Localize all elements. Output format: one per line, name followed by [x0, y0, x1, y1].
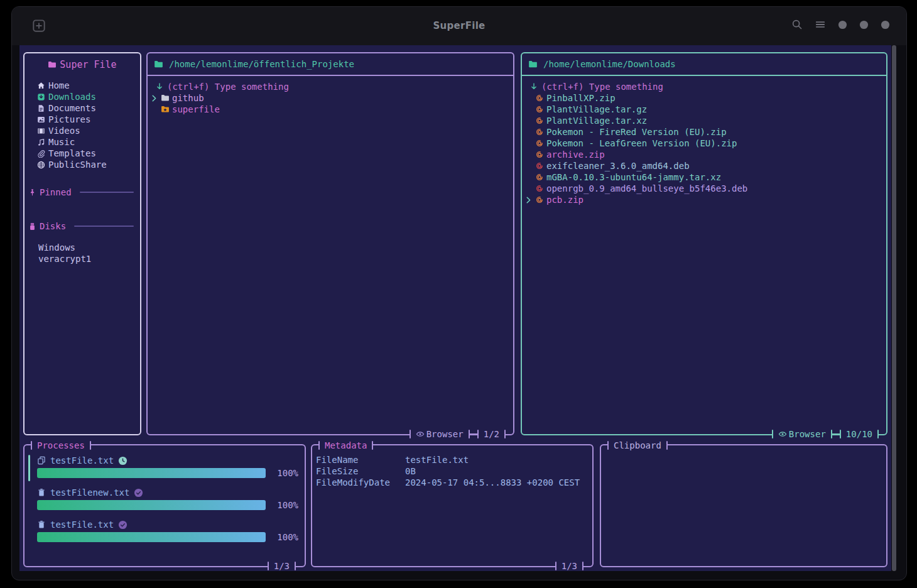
process-item[interactable]: testFilenew.txt100%	[37, 486, 298, 510]
processes-panel[interactable]: Processes testFile.txt100%testFilenew.tx…	[23, 444, 306, 567]
window-control-dot-2[interactable]	[859, 20, 869, 30]
sidebar-item-documents[interactable]: Documents	[24, 102, 140, 114]
process-header: testFile.txt	[37, 454, 298, 467]
path-bar: /home/lemonlime/öffentlich_Projekte	[148, 53, 513, 76]
trash-icon	[37, 488, 46, 497]
main-area: Super File HomeDownloadsDocumentsPicture…	[19, 45, 891, 571]
sidebar-item-label: Documents	[48, 103, 96, 113]
file-name: openrgb_0.9_amd64_bullseye_b5f46e3.deb	[546, 183, 747, 193]
folder-icon	[528, 60, 538, 69]
file-name: superfile	[172, 104, 220, 114]
process-item[interactable]: testFile.txt100%	[37, 454, 298, 478]
progress-bar	[37, 468, 266, 478]
panel-path: /home/lemonlime/öffentlich_Projekte	[169, 59, 354, 69]
archive-swirl-icon	[535, 116, 544, 125]
process-header: testFilenew.txt	[37, 486, 298, 499]
window-control-dot-3[interactable]	[881, 20, 890, 30]
archive-swirl-icon	[535, 139, 544, 148]
processes-title: Processes	[32, 440, 90, 450]
path-bar: /home/lemonlime/Downloads	[522, 53, 886, 76]
pinned-section-label: Pinned	[40, 187, 72, 197]
footer-bracket	[504, 430, 506, 438]
panel-footer: 1/3	[268, 561, 296, 571]
deb-swirl-icon	[535, 161, 544, 170]
footer-line	[470, 433, 477, 435]
archive-swirl-icon	[535, 105, 544, 114]
panel-footer: 1/3	[555, 561, 583, 571]
mode-label: Browser	[426, 429, 464, 439]
file-row[interactable]: superfile	[148, 104, 513, 115]
sidebar-item-label: Templates	[48, 148, 96, 158]
document-icon	[37, 104, 45, 112]
download-icon	[37, 93, 45, 101]
folder-icon	[161, 94, 170, 102]
panel-footer: Browser 1/2	[410, 429, 506, 439]
footer-line	[832, 433, 840, 435]
scrollbar-thumb[interactable]	[892, 45, 896, 571]
sidebar-item-downloads[interactable]: Downloads	[24, 91, 140, 102]
archive-swirl-icon	[535, 150, 544, 159]
file-panel-right[interactable]: /home/lemonlime/Downloads (ctrl+f) Type …	[521, 52, 887, 435]
file-row[interactable]: openrgb_0.9_amd64_bullseye_b5f46e3.deb	[522, 183, 886, 194]
file-row[interactable]: Pokemon - FireRed Version (EU).zip	[522, 126, 886, 138]
metadata-row: FileModifyDate2024-05-17 04:5...8833 +02…	[316, 477, 587, 488]
file-row[interactable]: archive.zip	[522, 149, 886, 160]
panel-title: Clipboard	[607, 440, 668, 450]
sidebar-item-pictures[interactable]: Pictures	[24, 114, 140, 125]
panel-mode: Browser	[773, 429, 831, 439]
search-prompt[interactable]: (ctrl+f) Type something	[148, 81, 513, 92]
file-name: github	[172, 93, 204, 103]
disk-item-veracrypt1[interactable]: veracrypt1	[24, 253, 140, 264]
file-row[interactable]: mGBA-0.10.3-ubuntu64-jammy.tar.xz	[522, 172, 886, 183]
disk-list: Windowsveracrypt1	[24, 242, 140, 264]
process-name: testFile.txt	[50, 520, 114, 530]
metadata-panel[interactable]: Metadata FileNametestFile.txtFileSize0BF…	[311, 444, 594, 567]
sidebar-item-label: Downloads	[48, 92, 96, 102]
clipboard-panel[interactable]: Clipboard	[600, 444, 887, 567]
file-list: PinballXP.zipPlantVillage.tar.gzPlantVil…	[522, 92, 886, 205]
search-prompt[interactable]: (ctrl+f) Type something	[522, 81, 886, 92]
file-row[interactable]: github	[148, 92, 513, 104]
menu-icon[interactable]	[815, 19, 826, 30]
file-row[interactable]: PlantVillage.tar.xz	[522, 115, 886, 126]
check-badge-icon	[118, 520, 128, 530]
archive-swirl-icon	[535, 173, 544, 182]
video-icon	[37, 127, 45, 135]
file-row[interactable]: Pokemon - LeafGreen Version (EU).zip	[522, 138, 886, 149]
panel-path: /home/lemonlime/Downloads	[543, 59, 676, 69]
disk-item-windows[interactable]: Windows	[24, 242, 140, 253]
sidebar-item-videos[interactable]: Videos	[24, 125, 140, 136]
sidebar-item-templates[interactable]: Templates	[24, 148, 140, 159]
search-icon[interactable]	[791, 19, 803, 30]
window-scrollbar[interactable]	[892, 45, 896, 571]
process-name: testFilenew.txt	[50, 487, 129, 498]
usb-icon	[28, 222, 36, 231]
app-window: SuperFile Super File HomeDownloadsDocume…	[11, 6, 907, 580]
chevron-right-icon	[524, 196, 533, 204]
metadata-value: 0B	[405, 466, 587, 476]
file-name: mGBA-0.10.3-ubuntu64-jammy.tar.xz	[546, 172, 721, 182]
music-icon	[37, 138, 45, 146]
file-row[interactable]: PinballXP.zip	[522, 92, 886, 104]
copy-icon	[37, 456, 46, 465]
panel-footer: Browser 10/10	[772, 429, 879, 439]
file-row[interactable]: PlantVillage.tar.gz	[522, 104, 886, 115]
progress-percent: 100%	[272, 500, 298, 510]
metadata-value: testFile.txt	[405, 455, 587, 465]
file-row[interactable]: exifcleaner_3.6.0_amd64.deb	[522, 160, 886, 172]
file-panel-left[interactable]: /home/lemonlime/öffentlich_Projekte (ctr…	[146, 52, 514, 435]
file-name: Pokemon - LeafGreen Version (EU).zip	[546, 138, 737, 148]
archive-swirl-icon	[535, 128, 544, 136]
window-control-dot-1[interactable]	[838, 20, 847, 30]
panel-position: 10/10	[841, 429, 877, 439]
file-name: PlantVillage.tar.gz	[546, 104, 647, 114]
file-row[interactable]: pcb.zip	[522, 194, 886, 205]
arrow-down-icon	[155, 82, 164, 91]
sidebar-item-music[interactable]: Music	[24, 136, 140, 148]
sidebar-item-publicshare[interactable]: PublicShare	[24, 159, 140, 170]
sidebar-item-home[interactable]: Home	[24, 80, 140, 91]
sidebar-panel[interactable]: Super File HomeDownloadsDocumentsPicture…	[23, 52, 141, 435]
file-name: archive.zip	[546, 150, 605, 160]
titlebar: SuperFile	[12, 7, 906, 45]
process-item[interactable]: testFile.txt100%	[37, 518, 298, 542]
